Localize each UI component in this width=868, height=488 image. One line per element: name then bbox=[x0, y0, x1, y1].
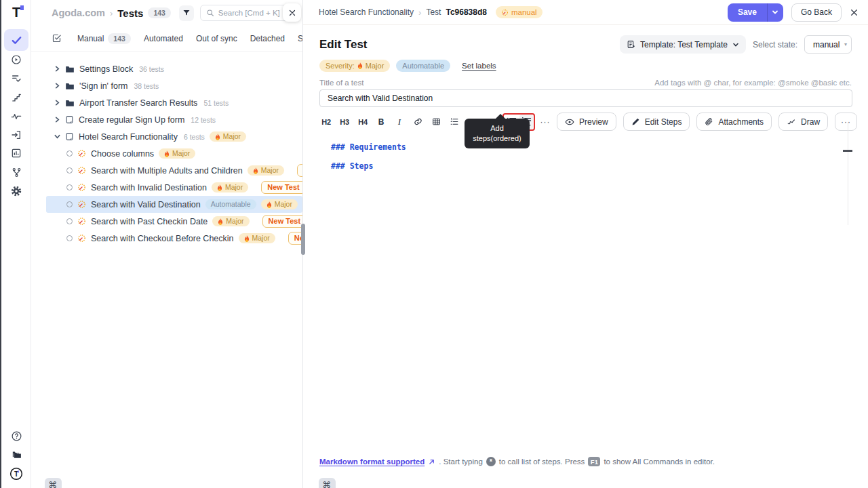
test-title-input[interactable] bbox=[319, 89, 852, 107]
search-icon bbox=[206, 9, 214, 17]
branch-icon bbox=[12, 167, 22, 178]
nav-plans[interactable] bbox=[4, 68, 28, 89]
test-row[interactable]: Search with Checkout Before Checkin Majo… bbox=[46, 230, 302, 247]
editor-actions: Preview Edit Steps Attachments Draw ··· bbox=[557, 113, 857, 131]
help-button[interactable] bbox=[4, 427, 28, 445]
draw-button[interactable]: Draw bbox=[778, 113, 828, 131]
set-labels-link[interactable]: Set labels bbox=[462, 62, 496, 70]
breadcrumb: Agoda.com › Tests 143 bbox=[52, 7, 171, 19]
nav-branches[interactable] bbox=[4, 162, 28, 182]
editor-more-button[interactable]: ··· bbox=[835, 113, 857, 131]
state-select[interactable]: manual ▾ bbox=[804, 35, 852, 54]
ordered-list-button[interactable] bbox=[448, 115, 461, 129]
save-dropdown-button[interactable] bbox=[767, 3, 783, 22]
go-back-button[interactable]: Go Back bbox=[791, 3, 842, 22]
chevron-down-icon bbox=[732, 41, 739, 48]
select-all-icon[interactable] bbox=[52, 33, 62, 43]
markdown-toolbar: H2 H3 H4 B I <> ··· Preview Edit Steps A… bbox=[319, 113, 852, 131]
test-row-selected[interactable]: Search with Valid Destination Automatabl… bbox=[46, 196, 302, 213]
icon-rail: T T bbox=[1, 0, 31, 488]
external-link-icon bbox=[428, 458, 435, 466]
nav-settings[interactable] bbox=[4, 181, 28, 201]
bold-button[interactable]: B bbox=[374, 115, 388, 129]
logo-circle-icon: T bbox=[9, 467, 23, 481]
italic-button[interactable]: I bbox=[393, 115, 406, 129]
manual-test-icon bbox=[77, 217, 86, 226]
toolbar-more-button[interactable]: ··· bbox=[538, 115, 552, 129]
folder-row[interactable]: Airport Transfer Search Results51 tests bbox=[46, 94, 302, 111]
list-check-icon bbox=[11, 73, 22, 84]
edit-test-panel: Hotel Search Functionality › Test Tc9683… bbox=[303, 0, 868, 488]
heading3-button[interactable]: H3 bbox=[338, 115, 351, 129]
save-button[interactable]: Save bbox=[728, 3, 767, 22]
automatable-badge: Automatable bbox=[205, 199, 256, 210]
heading2-button[interactable]: H2 bbox=[319, 115, 333, 129]
severity-badge: Major bbox=[248, 165, 284, 176]
app-logo[interactable]: T bbox=[8, 4, 24, 20]
breadcrumb-project[interactable]: Agoda.com bbox=[52, 7, 105, 18]
tests-sidebar: Agoda.com › Tests 143 Manual143 Automate… bbox=[31, 0, 303, 488]
tab-out-of-sync[interactable]: Out of sync bbox=[196, 34, 237, 43]
link-button[interactable] bbox=[411, 115, 425, 129]
filter-button[interactable] bbox=[179, 5, 194, 21]
manual-test-icon bbox=[77, 234, 86, 243]
editor-line: ### Steps bbox=[319, 159, 852, 178]
markdown-editor[interactable]: ### Requirements ### Steps bbox=[319, 140, 852, 178]
add-steps-tooltip: Add steps(ordered) bbox=[465, 119, 530, 148]
chevron-right-icon[interactable] bbox=[54, 66, 60, 72]
suite-row-expanded[interactable]: Hotel Search Functionality6 tests Major bbox=[46, 128, 302, 145]
severity-badge: Major bbox=[261, 199, 298, 210]
nav-reports[interactable] bbox=[4, 143, 28, 163]
new-test-badge: New Test bbox=[262, 215, 303, 228]
tab-starred[interactable]: Starred bbox=[298, 34, 303, 43]
nav-steps[interactable] bbox=[4, 87, 28, 108]
test-row[interactable]: Search with Past Checkin Date Major New … bbox=[46, 213, 302, 230]
projects-button[interactable] bbox=[4, 446, 28, 464]
sidebar-close-button[interactable] bbox=[283, 3, 301, 22]
edit-steps-button[interactable]: Edit Steps bbox=[623, 113, 690, 131]
test-row[interactable]: Choose columns Major bbox=[46, 145, 302, 162]
footer-text: to show All Commands in editor. bbox=[604, 458, 715, 466]
test-row[interactable]: Search with Multiple Adults and Children… bbox=[46, 162, 302, 179]
table-button[interactable] bbox=[429, 115, 443, 129]
tab-detached[interactable]: Detached bbox=[250, 34, 285, 43]
pencil-icon bbox=[631, 117, 640, 126]
folder-row[interactable]: Settings Block36 tests bbox=[46, 60, 302, 77]
nav-runs[interactable] bbox=[4, 49, 28, 70]
status-circle-icon bbox=[66, 150, 73, 157]
eye-icon bbox=[565, 117, 574, 127]
suite-row[interactable]: Create regular Sign Up form12 tests bbox=[46, 111, 302, 128]
star-key-badge: * bbox=[486, 457, 496, 466]
chevron-right-icon[interactable] bbox=[54, 100, 60, 106]
attachments-button[interactable]: Attachments bbox=[696, 113, 772, 131]
automatable-edit-badge[interactable]: Automatable bbox=[396, 60, 450, 72]
markdown-help-link[interactable]: Markdown format supported bbox=[319, 458, 425, 466]
sidebar-header: Agoda.com › Tests 143 bbox=[31, 0, 302, 26]
status-circle-icon bbox=[66, 218, 73, 224]
heading4-button[interactable]: H4 bbox=[356, 115, 370, 129]
paperclip-icon bbox=[705, 117, 713, 126]
breadcrumb-parent[interactable]: Hotel Search Functionality bbox=[319, 7, 414, 17]
sidebar-scrollbar[interactable] bbox=[301, 224, 305, 255]
panel-close-button[interactable] bbox=[850, 8, 859, 17]
status-circle-icon bbox=[66, 201, 73, 207]
search-input[interactable] bbox=[218, 9, 286, 17]
account-button[interactable]: T bbox=[4, 465, 28, 483]
severity-edit-badge[interactable]: Severity: Major bbox=[319, 60, 390, 72]
pulse-icon bbox=[11, 111, 22, 122]
chevron-down-icon[interactable] bbox=[54, 134, 60, 140]
preview-button[interactable]: Preview bbox=[557, 113, 616, 131]
tab-automated[interactable]: Automated bbox=[144, 34, 183, 43]
nav-tests[interactable] bbox=[4, 29, 28, 51]
folder-row[interactable]: 'Sign in' form38 tests bbox=[46, 77, 302, 94]
nav-import[interactable] bbox=[4, 125, 28, 145]
status-circle-icon bbox=[66, 184, 73, 190]
template-icon bbox=[627, 40, 635, 49]
chevron-right-icon[interactable] bbox=[54, 83, 60, 89]
template-select-button[interactable]: Template: Test Template bbox=[620, 35, 746, 54]
chevron-right-icon[interactable] bbox=[54, 117, 60, 123]
breadcrumb-section[interactable]: Tests bbox=[117, 7, 143, 19]
test-row[interactable]: Search with Invalid Destination Major Ne… bbox=[46, 179, 302, 196]
tab-manual[interactable]: Manual143 bbox=[77, 33, 131, 44]
nav-analytics[interactable] bbox=[4, 106, 28, 127]
